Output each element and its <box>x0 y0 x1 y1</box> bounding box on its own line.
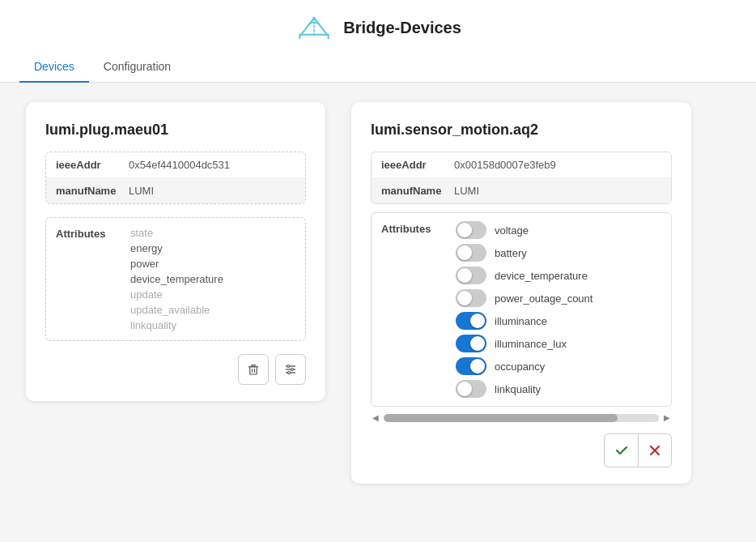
attributes-label-1: Attributes <box>56 226 121 240</box>
attributes-section-2: Attributes voltage battery device_tem <box>371 212 672 422</box>
trash-icon <box>247 363 260 376</box>
toggle-occupancy[interactable] <box>456 357 486 375</box>
svg-point-10 <box>288 372 291 374</box>
attributes-inner-2: Attributes voltage battery device_tem <box>371 212 672 407</box>
cancel-button-2[interactable] <box>638 433 672 467</box>
attr-voltage: voltage <box>456 221 592 239</box>
tabs-bar: Devices Configuration <box>0 52 756 83</box>
delete-button-1[interactable] <box>238 354 269 385</box>
toggle-illuminance[interactable] <box>456 312 486 330</box>
attributes-row-1: Attributes state energy power device_tem… <box>56 226 295 332</box>
attributes-label-2: Attributes <box>381 221 446 235</box>
card2-actions <box>371 433 672 467</box>
attr-state: state <box>130 226 223 240</box>
scrollbar-row: ◀ ▶ <box>371 413 672 422</box>
toggle-power-outage-count[interactable] <box>456 289 486 307</box>
attr-energy: energy <box>130 241 223 255</box>
bridge-icon <box>295 15 333 41</box>
manuf-name-label-1: manufName <box>56 185 129 197</box>
settings-button-1[interactable] <box>275 354 306 385</box>
tab-devices[interactable]: Devices <box>19 52 89 83</box>
attr-battery: battery <box>456 244 592 262</box>
manuf-name-value-1: LUMI <box>129 185 154 197</box>
manuf-name-row-2: manufName LUMI <box>372 178 671 203</box>
manuf-name-value-2: LUMI <box>454 185 479 197</box>
manuf-name-label-2: manufName <box>381 185 454 197</box>
manuf-name-row-1: manufName LUMI <box>46 178 305 203</box>
svg-point-8 <box>287 365 290 368</box>
device-card-2: lumi.sensor_motion.aq2 ieeeAddr 0x00158d… <box>351 102 691 484</box>
main-content: lumi.plug.maeu01 ieeeAddr 0x54ef4410004d… <box>0 83 756 503</box>
attr-update-available: update_available <box>130 303 223 317</box>
toggle-illuminance-lux[interactable] <box>456 335 486 352</box>
attr-update: update <box>130 288 223 301</box>
toggle-device-temperature[interactable] <box>456 267 486 284</box>
attr-power-outage-count: power_outage_count <box>456 289 592 307</box>
svg-rect-1 <box>248 366 258 368</box>
ieee-addr-row-1: ieeeAddr 0x54ef4410004dc531 <box>46 152 305 178</box>
attr-device-temperature: device_temperature <box>130 272 223 286</box>
attr-power: power <box>130 257 223 271</box>
scroll-fill <box>384 414 618 422</box>
device-info-table-2: ieeeAddr 0x00158d0007e3feb9 manufName LU… <box>371 152 672 204</box>
attr-illuminance-lux: illuminance_lux <box>456 335 592 352</box>
ieee-addr-row-2: ieeeAddr 0x00158d0007e3feb9 <box>372 152 671 178</box>
check-icon <box>614 443 629 458</box>
app-header: Bridge-Devices <box>0 0 756 52</box>
tab-configuration[interactable]: Configuration <box>89 52 185 83</box>
scroll-track[interactable] <box>384 414 659 422</box>
attributes-list-1: state energy power device_temperature up… <box>130 226 223 332</box>
x-icon <box>648 443 662 458</box>
device-card-2-title: lumi.sensor_motion.aq2 <box>371 122 672 139</box>
toggle-voltage[interactable] <box>456 221 486 239</box>
ieee-addr-value-2: 0x00158d0007e3feb9 <box>454 159 556 171</box>
attributes-section-1: Attributes state energy power device_tem… <box>45 217 306 341</box>
ieee-addr-label-2: ieeeAddr <box>381 159 454 171</box>
attr-linkquality-2: linkquality <box>456 380 592 398</box>
card1-actions <box>45 354 306 385</box>
attributes-list-2: voltage battery device_temperature <box>456 221 592 398</box>
device-card-1: lumi.plug.maeu01 ieeeAddr 0x54ef4410004d… <box>26 102 325 401</box>
attributes-row-2: Attributes voltage battery device_tem <box>381 221 661 398</box>
svg-point-0 <box>313 16 316 19</box>
toggle-linkquality[interactable] <box>456 380 486 398</box>
device-info-table-1: ieeeAddr 0x54ef4410004dc531 manufName LU… <box>45 152 306 204</box>
sliders-icon <box>284 363 297 376</box>
svg-rect-2 <box>251 365 256 366</box>
ieee-addr-label-1: ieeeAddr <box>56 159 129 171</box>
toggle-battery[interactable] <box>456 244 486 262</box>
svg-point-9 <box>291 369 294 371</box>
scroll-left-arrow[interactable]: ◀ <box>371 413 380 422</box>
scroll-right-arrow[interactable]: ▶ <box>662 413 672 422</box>
attr-linkquality: linkquality <box>130 318 223 332</box>
ieee-addr-value-1: 0x54ef4410004dc531 <box>129 159 230 171</box>
attr-occupancy: occupancy <box>456 357 592 375</box>
device-card-1-title: lumi.plug.maeu01 <box>45 122 306 139</box>
attr-illuminance: illuminance <box>456 312 592 330</box>
app-title: Bridge-Devices <box>343 19 461 37</box>
attr-device-temperature-2: device_temperature <box>456 267 592 284</box>
confirm-button-2[interactable] <box>604 433 638 467</box>
